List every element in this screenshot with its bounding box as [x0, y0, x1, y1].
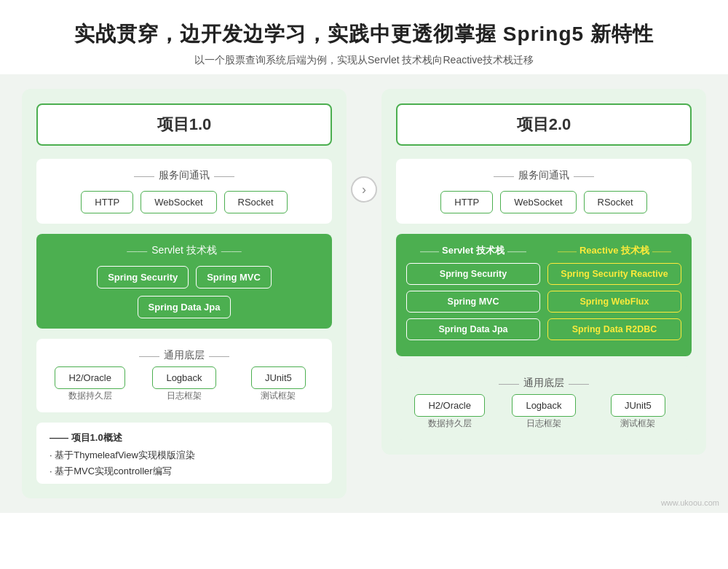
common-item-logback: Logback 日志框架 — [141, 371, 227, 402]
tag-spring-data-jpa: Spring Data Jpa — [138, 296, 232, 318]
project2-tech-cols: Servlet 技术栈 Spring Security Spring MVC S… — [406, 244, 681, 346]
project2-comms-tags: HTTP WebSocket RSocket — [406, 191, 681, 213]
p2-label-h2: 数据持久层 — [406, 417, 493, 430]
p2-common-item-junit5: JUnit5 测试框架 — [595, 399, 681, 430]
p2-common-item-h2: H2/Oracle 数据持久层 — [406, 399, 493, 430]
project1-bottom-list: —— 项目1.0概述 · 基于ThymeleafView实现模版渲染 · 基于M… — [36, 423, 332, 484]
p2-tag-websocket: WebSocket — [500, 191, 576, 213]
header: 实战贯穿，边开发边学习，实践中更透彻掌握 Spring5 新特性 以一个股票查询… — [0, 0, 728, 74]
p2-tag-spring-security-reactive: Spring Security Reactive — [547, 263, 681, 285]
tag-spring-security: Spring Security — [97, 266, 189, 289]
project2-card: 项目2.0 服务间通讯 HTTP WebSocket RSocket Servl… — [381, 89, 706, 455]
p2-tag-spring-webflux: Spring WebFlux — [547, 291, 681, 313]
arrow-icon: › — [351, 176, 377, 203]
arrow-divider: › — [347, 89, 381, 203]
bottom-list-item2: · 基于MVC实现controller编写 — [50, 465, 319, 478]
project2-comms-block: 服务间通讯 HTTP WebSocket RSocket — [396, 159, 692, 224]
project1-common-label: 通用底层 — [47, 349, 322, 362]
project2-comms-label: 服务间通讯 — [406, 169, 681, 182]
project1-servlet-tags: Spring Security Spring MVC Spring Data J… — [47, 266, 322, 318]
project2-common-tags: H2/Oracle 数据持久层 Logback 日志框架 JUnit5 测试框架 — [406, 399, 681, 430]
reactive-col-label: Reactive 技术栈 — [547, 244, 681, 257]
p2-tag-spring-data-jpa: Spring Data Jpa — [406, 318, 540, 340]
p2-label-logback: 日志框架 — [500, 417, 587, 430]
p2-tag-h2: H2/Oracle — [414, 394, 485, 417]
bottom-list-item1: · 基于ThymeleafView实现模版渲染 — [50, 449, 319, 462]
label-h2: 数据持久层 — [47, 390, 133, 402]
project2-title: 项目2.0 — [396, 103, 692, 146]
common-item-junit5: JUnit5 测试框架 — [235, 371, 322, 402]
bottom-list-title: —— 项目1.0概述 — [50, 431, 319, 444]
header-subtitle: 以一个股票查询系统后端为例，实现从Servlet 技术栈向Reactive技术栈… — [15, 54, 713, 67]
main-content: 项目1.0 服务间通讯 HTTP WebSocket RSocket Servl… — [0, 74, 728, 513]
watermark: www.ukoou.com — [661, 498, 719, 507]
p2-tag-spring-security: Spring Security — [406, 263, 540, 285]
p2-tag-junit5: JUnit5 — [611, 394, 665, 417]
p2-tag-spring-data-r2dbc: Spring Data R2DBC — [547, 318, 681, 340]
project1-comms-tags: HTTP WebSocket RSocket — [47, 191, 322, 213]
tag-h2: H2/Oracle — [55, 366, 125, 389]
header-title: 实战贯穿，边开发边学习，实践中更透彻掌握 Spring5 新特性 — [15, 20, 713, 48]
project1-comms-block: 服务间通讯 HTTP WebSocket RSocket — [36, 159, 332, 224]
tag-rsocket: RSocket — [224, 191, 288, 213]
reactive-col: Reactive 技术栈 Spring Security Reactive Sp… — [547, 244, 681, 346]
project2-tech-block: Servlet 技术栈 Spring Security Spring MVC S… — [396, 234, 692, 356]
tag-logback: Logback — [152, 366, 215, 389]
project1-common-tags: H2/Oracle 数据持久层 Logback 日志框架 JUnit5 测试框架 — [47, 371, 322, 402]
p2-tag-http: HTTP — [440, 191, 493, 213]
p2-label-junit5: 测试框架 — [595, 417, 681, 430]
p2-tag-logback: Logback — [512, 394, 575, 417]
label-logback: 日志框架 — [141, 390, 227, 402]
common-item-h2: H2/Oracle 数据持久层 — [47, 371, 133, 402]
project1-common-block: 通用底层 H2/Oracle 数据持久层 Logback 日志框架 JUnit5… — [36, 339, 332, 412]
servlet-col: Servlet 技术栈 Spring Security Spring MVC S… — [406, 244, 540, 346]
project1-servlet-block: Servlet 技术栈 Spring Security Spring MVC S… — [36, 234, 332, 329]
tag-websocket: WebSocket — [141, 191, 216, 213]
label-junit5: 测试框架 — [235, 390, 322, 402]
project1-comms-label: 服务间通讯 — [47, 169, 322, 182]
p2-common-item-logback: Logback 日志框架 — [500, 399, 587, 430]
project2-common-block: 通用底层 H2/Oracle 数据持久层 Logback 日志框架 JUnit5… — [396, 366, 692, 440]
project1-title: 项目1.0 — [36, 103, 332, 146]
project2-common-label: 通用底层 — [406, 377, 681, 390]
project1-card: 项目1.0 服务间通讯 HTTP WebSocket RSocket Servl… — [22, 89, 347, 498]
p2-tag-rsocket: RSocket — [584, 191, 647, 213]
servlet-col-label: Servlet 技术栈 — [406, 244, 540, 257]
p2-tag-spring-mvc: Spring MVC — [406, 291, 540, 313]
project1-servlet-label: Servlet 技术栈 — [47, 244, 322, 257]
tag-http: HTTP — [81, 191, 133, 213]
tag-junit5: JUnit5 — [251, 366, 306, 389]
page-wrapper: 实战贯穿，边开发边学习，实践中更透彻掌握 Spring5 新特性 以一个股票查询… — [0, 0, 728, 569]
tag-spring-mvc: Spring MVC — [196, 266, 272, 289]
